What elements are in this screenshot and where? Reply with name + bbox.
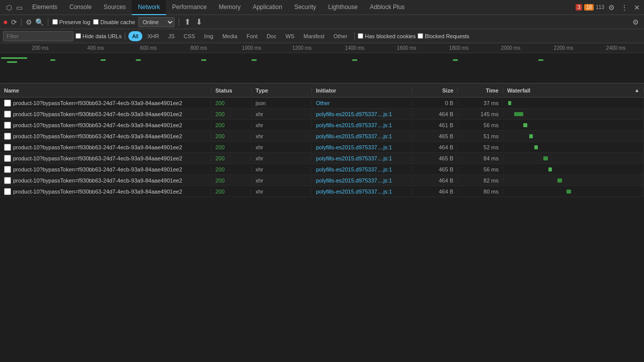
row-checkbox-8[interactable] [4, 188, 11, 195]
col-header-time[interactable]: Time [458, 87, 503, 94]
table-row[interactable]: product-10?bypassToken=f930bb63-24d7-4ec… [0, 164, 644, 175]
divider-3 [179, 18, 179, 26]
filter-type-ws[interactable]: WS [281, 31, 298, 41]
td-initiator-5[interactable]: polyfills-es2015.d975337....js:1 [312, 155, 413, 161]
dock-icon[interactable]: ⚙ [630, 17, 641, 27]
filter-type-font[interactable]: Font [243, 31, 262, 41]
preserve-log-checkbox[interactable]: Preserve log [52, 19, 91, 25]
inspect-icon[interactable]: ⬡ [5, 4, 13, 12]
search-icon[interactable]: 🔍 [35, 18, 44, 26]
row-checkbox-7[interactable] [4, 177, 11, 184]
hide-data-urls-checkbox[interactable]: Hide data URLs [75, 33, 122, 39]
row-name-text-5: product-10?bypassToken=f930bb63-24d7-4ec… [13, 155, 182, 161]
td-size-2: 461 B [413, 122, 458, 128]
tab-application[interactable]: Application [247, 0, 288, 15]
table-row[interactable]: product-10?bypassToken=f930bb63-24d7-4ec… [0, 98, 644, 109]
tab-memory[interactable]: Memory [213, 0, 247, 15]
row-checkbox-2[interactable] [4, 122, 11, 129]
tab-adblock[interactable]: Adblock Plus [364, 0, 411, 15]
td-initiator-3[interactable]: polyfills-es2015.d975337....js:1 [312, 133, 413, 139]
td-type-4: xhr [252, 144, 312, 150]
td-initiator-0[interactable]: Other [312, 100, 413, 106]
filter-icon[interactable]: ⚙ [26, 18, 32, 26]
td-type-8: xhr [252, 189, 312, 195]
blocked-requests-input[interactable] [418, 33, 423, 39]
throttle-select[interactable]: OnlineFast 3GSlow 3GOffline [138, 17, 175, 27]
export-icon[interactable]: ⬇ [195, 16, 203, 28]
has-blocked-cookies-checkbox[interactable]: Has blocked cookies [358, 33, 416, 39]
settings-icon[interactable]: ⚙ [606, 3, 617, 13]
row-checkbox-3[interactable] [4, 133, 11, 140]
disable-cache-input[interactable] [93, 19, 99, 25]
wf-bar-0 [508, 101, 511, 105]
filter-type-js[interactable]: JS [164, 31, 179, 41]
wf-preview-3 [50, 59, 55, 61]
filter-type-other[interactable]: Other [330, 31, 352, 41]
table-row[interactable]: product-10?bypassToken=f930bb63-24d7-4ec… [0, 175, 644, 186]
col-header-initiator[interactable]: Initiator [312, 87, 413, 94]
row-checkbox-0[interactable] [4, 100, 11, 107]
row-name-text-7: product-10?bypassToken=f930bb63-24d7-4ec… [13, 177, 182, 184]
row-checkbox-5[interactable] [4, 155, 11, 162]
blocked-requests-checkbox[interactable]: Blocked Requests [418, 33, 469, 39]
import-icon[interactable]: ⬆ [183, 16, 192, 28]
tab-performance[interactable]: Performance [166, 0, 213, 15]
tab-lighthouse[interactable]: Lighthouse [322, 0, 364, 15]
has-blocked-cookies-label: Has blocked cookies [365, 33, 416, 39]
close-icon[interactable]: ✕ [632, 3, 642, 13]
table-header: Name Status Type Initiator Size Time Wat… [0, 83, 644, 98]
row-name-text-4: product-10?bypassToken=f930bb63-24d7-4ec… [13, 144, 182, 150]
device-icon[interactable]: ▭ [15, 4, 23, 12]
td-status-1: 200 [211, 111, 252, 117]
row-checkbox-4[interactable] [4, 144, 11, 151]
table-body[interactable]: product-10?bypassToken=f930bb63-24d7-4ec… [0, 98, 644, 362]
table-row[interactable]: product-10?bypassToken=f930bb63-24d7-4ec… [0, 142, 644, 153]
tab-elements[interactable]: Elements [26, 0, 63, 15]
row-checkbox-6[interactable] [4, 166, 11, 173]
filter-type-manifest[interactable]: Manifest [299, 31, 329, 41]
error-badge: 3 [576, 4, 583, 11]
timeline-chart [0, 53, 644, 83]
td-initiator-8[interactable]: polyfills-es2015.d975337....js:1 [312, 189, 413, 195]
col-header-size[interactable]: Size [413, 87, 458, 94]
td-initiator-4[interactable]: polyfills-es2015.d975337....js:1 [312, 144, 413, 150]
preserve-log-input[interactable] [52, 19, 58, 25]
filter-type-media[interactable]: Media [218, 31, 242, 41]
tab-console[interactable]: Console [63, 0, 98, 15]
record-icon[interactable]: ● [3, 18, 8, 27]
clear-icon[interactable]: ⟳ [11, 18, 17, 26]
td-type-3: xhr [252, 133, 312, 139]
col-header-name[interactable]: Name [0, 87, 211, 94]
filter-type-css[interactable]: CSS [180, 31, 199, 41]
table-row[interactable]: product-10?bypassToken=f930bb63-24d7-4ec… [0, 153, 644, 164]
filter-type-xhr[interactable]: XHR [143, 31, 163, 41]
table-row[interactable]: product-10?bypassToken=f930bb63-24d7-4ec… [0, 186, 644, 197]
filter-input[interactable] [3, 31, 73, 41]
more-icon[interactable]: ⋮ [619, 3, 630, 13]
td-status-0: 200 [211, 100, 252, 106]
tab-security[interactable]: Security [288, 0, 322, 15]
td-initiator-2[interactable]: polyfills-es2015.d975337....js:1 [312, 122, 413, 128]
disable-cache-checkbox[interactable]: Disable cache [93, 19, 135, 25]
col-header-waterfall[interactable]: Waterfall ▲ [503, 87, 644, 94]
tab-network[interactable]: Network [132, 0, 166, 15]
filter-bar: Hide data URLs AllXHRJSCSSImgMediaFontDo… [0, 29, 644, 43]
table-row[interactable]: product-10?bypassToken=f930bb63-24d7-4ec… [0, 109, 644, 120]
table-row[interactable]: product-10?bypassToken=f930bb63-24d7-4ec… [0, 131, 644, 142]
td-waterfall-6 [503, 164, 644, 174]
wf-preview-10 [538, 59, 543, 61]
hide-data-urls-input[interactable] [75, 33, 81, 39]
filter-type-all[interactable]: All [128, 31, 142, 41]
col-header-type[interactable]: Type [252, 87, 312, 94]
tab-sources[interactable]: Sources [98, 0, 132, 15]
td-initiator-6[interactable]: polyfills-es2015.d975337....js:1 [312, 166, 413, 172]
col-header-status[interactable]: Status [211, 87, 252, 94]
filter-type-doc[interactable]: Doc [263, 31, 281, 41]
has-blocked-cookies-input[interactable] [358, 33, 363, 39]
table-row[interactable]: product-10?bypassToken=f930bb63-24d7-4ec… [0, 120, 644, 131]
td-initiator-7[interactable]: polyfills-es2015.d975337....js:1 [312, 177, 413, 184]
filter-type-img[interactable]: Img [200, 31, 217, 41]
row-checkbox-1[interactable] [4, 111, 11, 118]
sort-icon: ▲ [634, 87, 639, 93]
td-initiator-1[interactable]: polyfills-es2015.d975337....js:1 [312, 111, 413, 117]
